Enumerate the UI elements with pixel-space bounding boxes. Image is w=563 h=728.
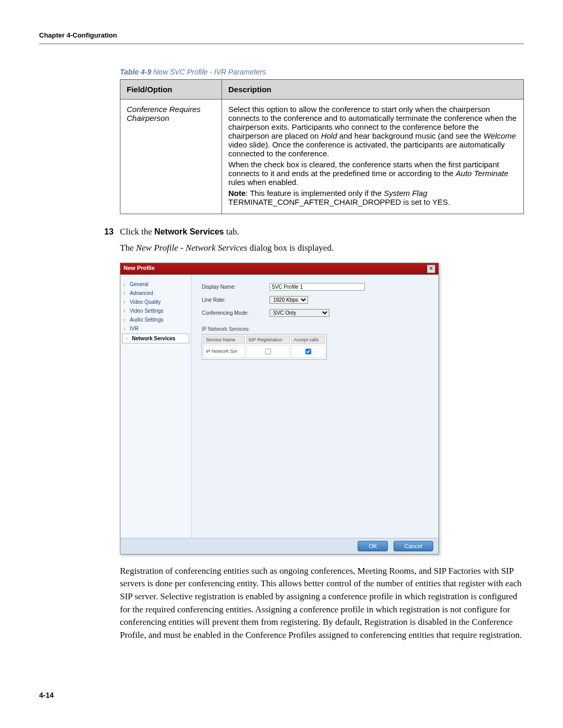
accept-calls-checkbox[interactable] xyxy=(305,349,311,354)
sidebar-item-audio-settings[interactable]: Audio Settings xyxy=(120,315,191,324)
ok-button[interactable]: OK xyxy=(358,541,388,551)
instruction-step: 13 Click the Network Services tab. xyxy=(120,226,524,239)
new-profile-dialog: New Profile × General Advanced Video Qua… xyxy=(120,263,439,554)
dialog-titlebar: New Profile × xyxy=(120,263,438,275)
sidebar-item-video-settings[interactable]: Video Settings xyxy=(120,306,191,315)
page-number: 4-14 xyxy=(39,691,54,699)
conf-mode-select[interactable]: SVC Only xyxy=(270,309,329,317)
line-rate-select[interactable]: 1920 Kbps xyxy=(270,296,308,304)
table-row: Conference Requires Chairperson Select t… xyxy=(120,100,524,214)
step-number: 13 xyxy=(104,226,114,238)
dialog-button-bar: OK Cancel xyxy=(120,538,438,554)
th-field: Field/Option xyxy=(120,80,222,100)
dialog-sidebar: General Advanced Video Quality Video Set… xyxy=(120,275,191,538)
th-sip-registration: SIP Registration xyxy=(246,336,290,344)
header-rule xyxy=(39,43,524,44)
service-name-cell: IP Network Ser xyxy=(203,345,245,358)
display-name-label: Display Name: xyxy=(202,284,270,290)
field-description: Select this option to allow the conferen… xyxy=(222,100,524,214)
th-service-name: Service Name xyxy=(203,336,245,344)
field-option-name: Conference Requires Chairperson xyxy=(127,105,201,122)
cancel-button[interactable]: Cancel xyxy=(394,541,433,551)
chapter-header: Chapter 4-Configuration xyxy=(39,31,524,39)
dialog-title: New Profile xyxy=(124,265,155,273)
instruction-result: The New Profile - Network Services dialo… xyxy=(120,243,524,253)
sidebar-item-general[interactable]: General xyxy=(120,280,191,289)
table-caption: Table 4-9 New SVC Profile - IVR Paramete… xyxy=(120,68,524,76)
ip-network-label: IP Network Services: xyxy=(202,326,428,332)
th-accept-calls: Accept calls xyxy=(291,336,325,344)
display-name-input[interactable] xyxy=(270,283,365,291)
ip-network-services-table: Service Name SIP Registration Accept cal… xyxy=(202,334,327,360)
dialog-main: Display Name: Line Rate: 1920 Kbps Confe… xyxy=(191,275,438,538)
sidebar-item-video-quality[interactable]: Video Quality xyxy=(120,298,191,306)
sidebar-item-advanced[interactable]: Advanced xyxy=(120,289,191,298)
table-caption-label: Table 4-9 xyxy=(120,68,151,76)
table-caption-title: New SVC Profile - IVR Parameters xyxy=(153,68,266,76)
ivr-parameters-table: Field/Option Description Conference Requ… xyxy=(120,79,524,214)
line-rate-label: Line Rate: xyxy=(202,297,270,303)
sidebar-item-ivr[interactable]: IVR xyxy=(120,324,191,333)
th-desc: Description xyxy=(222,80,524,100)
sip-registration-checkbox[interactable] xyxy=(265,349,271,354)
conf-mode-label: Conferencing Mode: xyxy=(202,310,270,316)
table-row: IP Network Ser xyxy=(203,345,325,358)
close-icon[interactable]: × xyxy=(427,265,435,273)
body-paragraph: Registration of conferencing entities su… xyxy=(120,565,524,642)
sidebar-item-network-services[interactable]: Network Services xyxy=(122,334,189,343)
